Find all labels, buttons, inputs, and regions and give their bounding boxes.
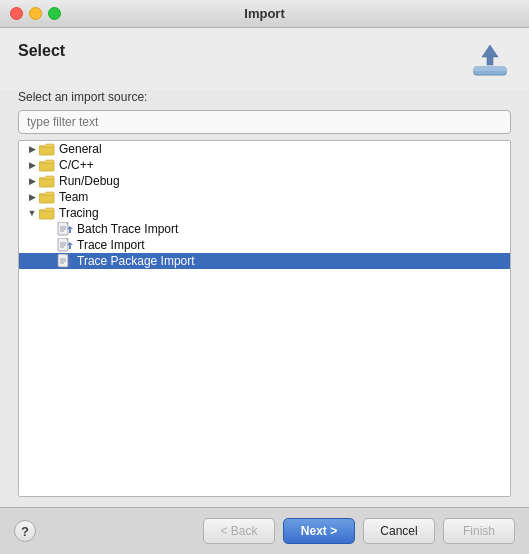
folder-icon: [39, 159, 55, 172]
cancel-button[interactable]: Cancel: [363, 518, 435, 544]
svg-rect-7: [39, 210, 54, 219]
tree-arrow: ▶: [27, 160, 37, 170]
close-button[interactable]: [10, 7, 23, 20]
tree-arrow: ▶: [27, 176, 37, 186]
file-icon: [57, 222, 73, 236]
import-icon-svg: [470, 43, 510, 79]
tree-item-label: General: [59, 142, 102, 156]
folder-icon: [39, 175, 55, 188]
tree-arrow: ▶: [27, 144, 37, 154]
next-button[interactable]: Next >: [283, 518, 355, 544]
filter-input[interactable]: [18, 110, 511, 134]
svg-rect-20: [58, 254, 68, 267]
svg-marker-2: [482, 45, 498, 65]
folder-icon: [39, 207, 55, 220]
dialog-header: Select: [0, 28, 529, 90]
tree-item-label: C/C++: [59, 158, 94, 172]
source-label: Select an import source:: [18, 90, 511, 104]
svg-rect-6: [39, 194, 54, 203]
svg-rect-8: [58, 222, 68, 235]
tree-item-batch-trace[interactable]: Batch Trace Import: [19, 221, 510, 237]
footer-left: ?: [14, 520, 36, 542]
dialog-content: Select an import source: ▶ General▶ C/C+…: [0, 90, 529, 507]
finish-button[interactable]: Finish: [443, 518, 515, 544]
dialog-footer: ? < Back Next > Cancel Finish: [0, 508, 529, 554]
tree-item-label: Trace Package Import: [77, 254, 195, 268]
window-controls[interactable]: [10, 7, 61, 20]
tree-list[interactable]: ▶ General▶ C/C++▶ Run/Debug▶ Team▼ Traci…: [18, 140, 511, 497]
footer-right: < Back Next > Cancel Finish: [203, 518, 515, 544]
tree-arrow: ▶: [27, 192, 37, 202]
svg-rect-4: [39, 162, 54, 171]
svg-rect-5: [39, 178, 54, 187]
maximize-button[interactable]: [48, 7, 61, 20]
tree-arrow: ▼: [27, 208, 37, 218]
title-bar: Import: [0, 0, 529, 28]
tree-item-rundebug[interactable]: ▶ Run/Debug: [19, 173, 510, 189]
tree-item-team[interactable]: ▶ Team: [19, 189, 510, 205]
tree-item-trace-import[interactable]: Trace Import: [19, 237, 510, 253]
tree-item-label: Team: [59, 190, 88, 204]
folder-icon: [39, 191, 55, 204]
svg-rect-1: [474, 67, 506, 71]
tree-item-label: Batch Trace Import: [77, 222, 178, 236]
help-button[interactable]: ?: [14, 520, 36, 542]
file-icon: [57, 254, 73, 268]
tree-item-general[interactable]: ▶ General: [19, 141, 510, 157]
tree-item-trace-package[interactable]: Trace Package Import: [19, 253, 510, 269]
tree-item-cpp[interactable]: ▶ C/C++: [19, 157, 510, 173]
tree-item-label: Trace Import: [77, 238, 145, 252]
svg-rect-3: [39, 146, 54, 155]
file-icon: [57, 238, 73, 252]
svg-rect-14: [58, 238, 68, 251]
tree-item-label: Run/Debug: [59, 174, 120, 188]
dialog: Select Select an import source: ▶ Genera…: [0, 28, 529, 554]
filter-input-wrap: [18, 110, 511, 134]
window-title: Import: [244, 6, 284, 21]
import-icon: [469, 42, 511, 80]
tree-item-tracing[interactable]: ▼ Tracing: [19, 205, 510, 221]
back-button[interactable]: < Back: [203, 518, 275, 544]
minimize-button[interactable]: [29, 7, 42, 20]
dialog-title: Select: [18, 42, 65, 60]
folder-icon: [39, 143, 55, 156]
tree-item-label: Tracing: [59, 206, 99, 220]
